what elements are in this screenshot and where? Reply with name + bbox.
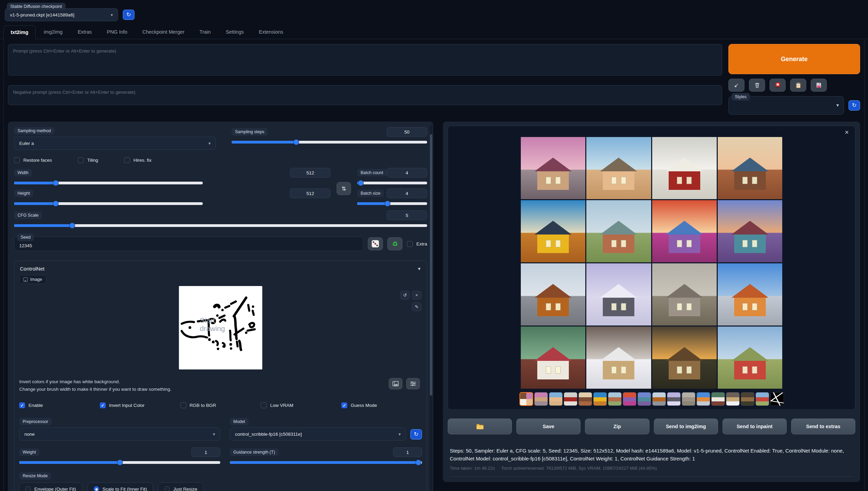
sampling-method-dropdown[interactable]: Euler a ▾: [14, 137, 216, 150]
thumbnail-violet-house-sunset[interactable]: [623, 392, 636, 406]
undo-button[interactable]: ↺: [400, 291, 410, 299]
checkpoint-refresh-button[interactable]: ↻: [123, 10, 134, 20]
gallery-image-peach-cottage-village[interactable]: [586, 137, 651, 199]
thumbnail-colorful-sunny-street[interactable]: [696, 392, 710, 406]
gallery-image-lavender-winter-cabins[interactable]: [586, 263, 651, 326]
cfg-scale-slider[interactable]: [14, 224, 427, 227]
gallery-image-colorful-sunny-street[interactable]: [718, 263, 782, 326]
thumbnail-purple-sunset-village[interactable]: [534, 392, 548, 406]
controlnet-model-dropdown[interactable]: control_scribble-fp16 [c508311e] ▾: [230, 427, 406, 441]
reuse-seed-button[interactable]: ♻: [387, 237, 402, 250]
width-value[interactable]: 512: [290, 168, 330, 178]
batch-count-value[interactable]: 4: [387, 168, 427, 178]
weight-value[interactable]: 1: [191, 447, 220, 457]
guidance-strength-value[interactable]: 1: [393, 447, 422, 457]
gallery-image-sunset-wooden-barn[interactable]: [652, 327, 717, 389]
gallery-image-teal-houses-sunrise[interactable]: [718, 200, 782, 262]
styles-refresh-button[interactable]: ↻: [848, 100, 860, 111]
clear-canvas-button[interactable]: ×: [412, 291, 421, 299]
adjust-brush-button[interactable]: [406, 378, 420, 389]
thumbnail-sunset-dark-cottage[interactable]: [578, 392, 592, 406]
resize-mode-envelope-outer-fit[interactable]: Envelope (Outer Fit): [19, 482, 82, 491]
rgb-to-bgr-checkbox[interactable]: RGB to BGR: [180, 402, 261, 408]
gallery-image-sepia-farmhouse[interactable]: [652, 263, 717, 326]
gallery-image-red-cottage-meadow[interactable]: [718, 327, 782, 389]
thumbnail-sepia-farmhouse[interactable]: [682, 392, 695, 406]
extra-seed-checkbox[interactable]: Extra: [407, 241, 427, 247]
height-value[interactable]: 512: [290, 189, 330, 198]
seed-input[interactable]: [19, 243, 359, 249]
gallery-image-red-barns-snow[interactable]: [652, 137, 717, 199]
width-slider[interactable]: [14, 182, 203, 184]
tab-train[interactable]: Train: [193, 25, 218, 39]
collapse-icon[interactable]: ▼: [417, 266, 421, 271]
save-button[interactable]: Save: [516, 419, 580, 434]
gallery-image-sunset-dark-cottage[interactable]: [718, 137, 782, 199]
apply-styles-button[interactable]: [790, 79, 806, 92]
clear-prompt-button[interactable]: [749, 79, 765, 92]
tab-png-info[interactable]: PNG Info: [100, 25, 134, 39]
send-to-img2img-button[interactable]: Send to img2img: [654, 419, 718, 434]
controlnet-drawing-canvas[interactable]: Start drawing: [179, 286, 262, 369]
thumbnail-red-white-farmhouse[interactable]: [711, 392, 725, 406]
tab-txt2img[interactable]: txt2img: [3, 25, 36, 39]
swap-dimensions-button[interactable]: ⇅: [337, 182, 351, 195]
brush-button[interactable]: ✎: [412, 302, 421, 311]
batch-size-value[interactable]: 4: [387, 189, 427, 198]
height-slider[interactable]: [14, 202, 203, 205]
gallery-image-brick-street-morning[interactable]: [521, 263, 585, 326]
controlnet-image-tab[interactable]: Image: [19, 275, 46, 284]
zip-button[interactable]: Zip: [585, 419, 649, 434]
gallery-image-purple-sunset-village[interactable]: [521, 137, 585, 199]
thumbnail-controlnet-scribble[interactable]: [770, 392, 784, 406]
save-style-button[interactable]: [811, 79, 827, 92]
generate-button[interactable]: Generate: [728, 44, 860, 74]
gallery-image-red-white-farmhouse[interactable]: [521, 327, 585, 389]
low-vram-checkbox[interactable]: Low VRAM: [261, 402, 341, 408]
style-card-button[interactable]: [770, 79, 786, 92]
sampling-steps-slider[interactable]: [232, 141, 427, 144]
styles-dropdown[interactable]: Styles ▾: [728, 96, 844, 115]
thumbnail-yellow-house-desert[interactable]: [593, 392, 607, 406]
tab-settings[interactable]: Settings: [219, 25, 250, 39]
thumbnail-red-cottage-meadow[interactable]: [755, 392, 769, 406]
restore-faces-checkbox[interactable]: Restore faces: [14, 157, 52, 163]
thumbnail-lavender-winter-cabins[interactable]: [667, 392, 681, 406]
thumbnail-peach-cottage-village[interactable]: [549, 392, 563, 406]
thumbnail-grid-preview[interactable]: [519, 392, 533, 406]
random-seed-button[interactable]: [368, 237, 383, 250]
gallery-image-yellow-house-desert[interactable]: [521, 200, 585, 262]
thumbnail-snowy-mountain-cabin[interactable]: [726, 392, 740, 406]
sampling-steps-value[interactable]: 50: [387, 127, 427, 137]
enable-checkbox[interactable]: Enable: [19, 402, 100, 408]
preprocessor-dropdown[interactable]: none ▾: [19, 427, 220, 441]
gallery-close-button[interactable]: ×: [843, 128, 851, 137]
thumbnail-brick-cottage-meadow[interactable]: [608, 392, 622, 406]
thumbnail-sunset-wooden-barn[interactable]: [741, 392, 754, 406]
tab-img2img[interactable]: img2img: [37, 25, 70, 39]
guidance-strength-slider[interactable]: [230, 461, 422, 464]
weight-slider[interactable]: [19, 461, 220, 464]
thumbnail-teal-houses-sunrise[interactable]: [637, 392, 651, 406]
tab-extensions[interactable]: Extensions: [252, 25, 290, 39]
settings-scrollbar[interactable]: [430, 126, 432, 491]
tab-extras[interactable]: Extras: [71, 25, 98, 39]
thumbnail-red-barns-snow[interactable]: [564, 392, 577, 406]
model-refresh-button[interactable]: ↻: [410, 429, 422, 439]
tab-checkpoint-merger[interactable]: Checkpoint Merger: [136, 25, 191, 39]
gallery-image-violet-house-sunset[interactable]: [652, 200, 717, 262]
resize-mode-just-resize[interactable]: Just Resize: [158, 482, 203, 491]
send-to-extras-button[interactable]: Send to extras: [791, 419, 855, 434]
resize-mode-scale-to-fit-inner-fit[interactable]: Scale to Fit (Inner Fit): [87, 482, 153, 491]
send-to-inpaint-button[interactable]: Send to inpaint: [723, 419, 787, 434]
batch-size-slider[interactable]: [357, 202, 427, 205]
open-folder-button[interactable]: [448, 419, 512, 434]
scrollbar-thumb[interactable]: [430, 134, 432, 396]
gallery-image-snowy-mountain-cabin[interactable]: [586, 327, 651, 389]
cfg-scale-value[interactable]: 5: [387, 210, 427, 220]
new-canvas-button[interactable]: [389, 378, 402, 389]
tiling-checkbox[interactable]: Tiling: [78, 157, 98, 163]
batch-count-slider[interactable]: [357, 182, 427, 184]
guess-mode-checkbox[interactable]: Guess Mode: [341, 402, 422, 408]
thumbnail-brick-street-morning[interactable]: [652, 392, 666, 406]
